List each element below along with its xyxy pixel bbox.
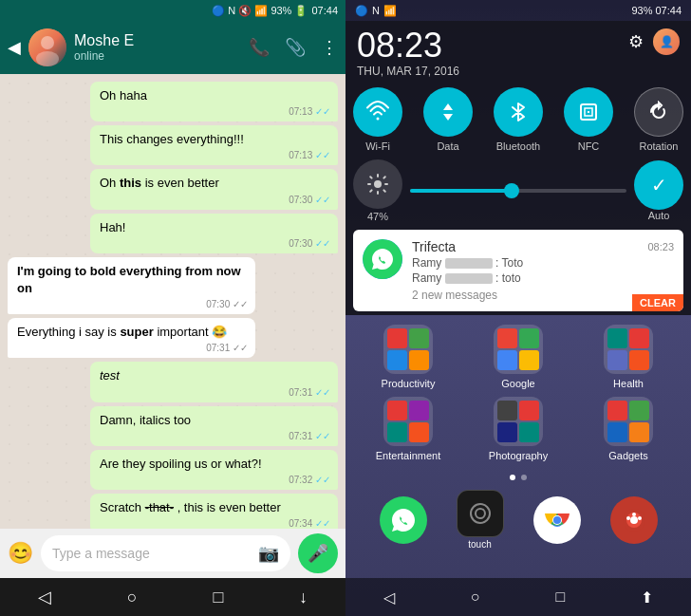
notification-card[interactable]: Trifecta 08:23 Ramy : Toto Ramy : toto 2…: [353, 230, 683, 311]
app-row-1: Productivity Google: [353, 325, 683, 389]
clear-button[interactable]: CLEAR: [632, 294, 683, 311]
message-4: Hah! 07:30 ✓✓: [90, 214, 338, 253]
rotation-toggle-circle[interactable]: [634, 87, 683, 137]
user-avatar[interactable]: 👤: [653, 28, 680, 55]
wa-status-bar: 🔵 N 🔇 📶 93% 🔋 07:44: [0, 0, 346, 21]
android-share[interactable]: ⬆: [641, 588, 653, 607]
camera-button[interactable]: 📷: [258, 543, 279, 564]
gadgets-folder[interactable]: Gadgets: [598, 397, 659, 461]
productivity-label: Productivity: [382, 378, 436, 389]
nav-home[interactable]: ○: [127, 588, 138, 607]
status-right-icons: 93% 07:44: [631, 5, 682, 16]
menu-icon[interactable]: ⋮: [321, 37, 338, 58]
bluetooth-toggle[interactable]: Bluetooth: [494, 87, 543, 152]
shade-time-display: 08:23: [357, 28, 459, 63]
emoji-button[interactable]: 😊: [8, 541, 33, 566]
message-8: Damn, italics too 07:31 ✓✓: [90, 406, 338, 446]
app-grid: Productivity Google: [346, 315, 691, 471]
shade-clock: 08:23 THU, MAR 17, 2016: [357, 28, 459, 78]
android-panel: 🔵 N 📶 93% 07:44 08:23 THU, MAR 17, 2016 …: [346, 0, 691, 616]
auto-brightness: ✓ Auto: [634, 160, 683, 221]
pac-dock[interactable]: [610, 496, 658, 544]
nav-recents[interactable]: □: [213, 588, 223, 607]
app-row-2: Entertainment Photography: [353, 397, 683, 461]
wa-header: ◀ Moshe E online 📞 📎 ⋮: [0, 21, 346, 74]
nfc-toggle[interactable]: NFC: [564, 87, 613, 152]
productivity-folder[interactable]: Productivity: [378, 325, 439, 389]
wifi-toggle-circle[interactable]: [353, 87, 402, 137]
data-toggle-circle[interactable]: [423, 87, 473, 137]
nav-down[interactable]: ↓: [299, 588, 308, 607]
svg-point-7: [471, 504, 490, 523]
signal-icon: 📶: [383, 5, 397, 17]
photography-folder[interactable]: Photography: [488, 397, 549, 461]
google-label: Google: [501, 378, 534, 389]
message-9: Are they spoiling us or what?! 07:32 ✓✓: [90, 450, 338, 490]
page-dots: [346, 471, 691, 484]
notif-line-2: Ramy : toto: [412, 271, 674, 285]
touch-dock[interactable]: touch: [457, 490, 504, 550]
svg-point-18: [626, 516, 630, 520]
message-input-field[interactable]: Type a message 📷: [41, 535, 290, 571]
mic-button[interactable]: 🎤: [298, 533, 338, 573]
page-dot-1: [510, 475, 515, 480]
bt-toggle-circle[interactable]: [494, 87, 543, 137]
entertainment-folder[interactable]: Entertainment: [378, 397, 439, 461]
svg-point-12: [553, 516, 561, 524]
status-left-icons: 🔵 N 📶: [355, 5, 397, 17]
notif-title-row: Trifecta 08:23: [412, 239, 674, 254]
app-dock: touch: [346, 484, 691, 555]
message-2: This changes everything!!! 07:13 ✓✓: [90, 125, 338, 165]
shade-top-icons: ⚙ 👤: [628, 28, 680, 55]
wa-nav-bar: ◁ ○ □ ↓: [0, 578, 346, 616]
home-screen: Productivity Google: [346, 315, 691, 578]
notif-content: Trifecta 08:23 Ramy : Toto Ramy : toto 2…: [412, 239, 674, 302]
google-folder[interactable]: Google: [488, 325, 549, 389]
wifi-toggle[interactable]: Wi-Fi: [353, 87, 402, 152]
nfc-toggle-circle[interactable]: [564, 87, 613, 137]
chat-area: Oh haha 07:13 ✓✓ This changes everything…: [0, 74, 346, 529]
svg-point-8: [476, 509, 485, 518]
chrome-dock[interactable]: [533, 496, 581, 544]
rotation-label: Rotation: [640, 140, 679, 152]
phone-icon[interactable]: 📞: [249, 37, 270, 58]
message-7: test 07:31 ✓✓: [90, 362, 338, 401]
wa-status-icons: 🔵 N 🔇 📶 93% 🔋: [212, 5, 308, 17]
brightness-slider[interactable]: [410, 189, 626, 193]
notif-title: Trifecta: [412, 239, 456, 254]
attach-icon[interactable]: 📎: [285, 37, 306, 58]
photography-label: Photography: [489, 450, 548, 461]
nfc-label: NFC: [578, 140, 600, 152]
brightness-row: 47% ✓ Auto: [346, 159, 691, 230]
entertainment-label: Entertainment: [376, 450, 440, 461]
contact-info: Moshe E online: [74, 32, 241, 63]
nfc-status-icon: N: [372, 5, 380, 16]
svg-point-15: [630, 516, 638, 524]
svg-point-1: [41, 36, 54, 49]
message-placeholder: Type a message: [52, 546, 251, 561]
back-button[interactable]: ◀: [8, 37, 21, 58]
svg-point-5: [374, 180, 382, 188]
health-label: Health: [613, 378, 644, 389]
message-1: Oh haha 07:13 ✓✓: [90, 82, 338, 121]
android-back[interactable]: ◁: [383, 588, 395, 607]
notification-shade: 08:23 THU, MAR 17, 2016 ⚙ 👤 Wi-: [346, 21, 691, 315]
whatsapp-dock[interactable]: [380, 496, 427, 544]
nav-back[interactable]: ◁: [38, 587, 51, 607]
auto-label: Auto: [648, 210, 670, 221]
contact-name: Moshe E: [74, 32, 241, 49]
health-folder[interactable]: Health: [598, 325, 659, 389]
android-recents[interactable]: □: [555, 588, 565, 606]
data-toggle[interactable]: Data: [423, 87, 473, 152]
svg-point-2: [36, 51, 59, 66]
data-label: Data: [437, 140, 458, 152]
android-home[interactable]: ○: [471, 588, 480, 606]
auto-toggle[interactable]: ✓: [634, 160, 683, 210]
settings-icon[interactable]: ⚙: [628, 31, 644, 52]
svg-point-3: [377, 118, 380, 121]
rotation-toggle[interactable]: Rotation: [634, 87, 683, 152]
message-10: Scratch -that- , this is even better 07:…: [90, 494, 338, 529]
message-5: I'm going to bold everything from now on…: [8, 257, 255, 314]
brightness-control[interactable]: [353, 159, 402, 209]
notif-app-icon: [363, 239, 402, 279]
